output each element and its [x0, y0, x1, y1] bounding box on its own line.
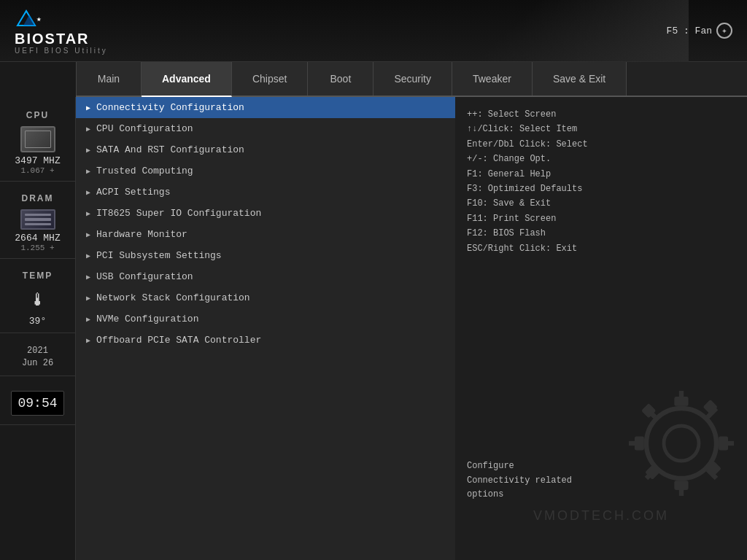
menu-item[interactable]: ▶IT8625 Super IO Configuration	[76, 203, 455, 224]
fan-indicator: F5 : Fan ✦	[667, 23, 732, 39]
svg-rect-15	[635, 436, 644, 450]
menu-arrow-icon: ▶	[86, 230, 90, 239]
gear-watermark	[623, 385, 740, 502]
header-bg	[397, 0, 689, 62]
menu-item-label: USB Configuration	[96, 271, 193, 282]
menu-item-label: Connectivity Configuration	[96, 102, 244, 113]
dram-label: DRAM	[22, 193, 54, 203]
dram-section: DRAM 2664 MHZ 1.255 +	[0, 187, 75, 259]
menu-arrow-icon: ▶	[86, 336, 90, 345]
menu-arrow-icon: ▶	[86, 273, 90, 281]
dram-icon	[20, 209, 55, 230]
cpu-volt: 1.067 +	[20, 166, 54, 175]
dram-volt: 1.255 +	[20, 244, 54, 252]
menu-item[interactable]: ▶Offboard PCIe SATA Controller	[76, 330, 455, 351]
menu-item[interactable]: ▶SATA And RST Configuration	[76, 139, 455, 160]
menu-panel: ▶Connectivity Configuration▶CPU Configur…	[76, 97, 455, 560]
nav-tab-security[interactable]: Security	[374, 62, 452, 96]
menu-item[interactable]: ▶CPU Configuration	[76, 118, 455, 139]
menu-item[interactable]: ▶Connectivity Configuration	[76, 97, 455, 118]
logo-area: ★ BIOSTAR UEFI BIOS Utility	[15, 7, 108, 55]
logo-sub: UEFI BIOS Utility	[15, 47, 108, 55]
svg-rect-14	[674, 481, 688, 490]
menu-item-label: SATA And RST Configuration	[96, 144, 244, 155]
menu-item-label: ACPI Settings	[96, 187, 170, 198]
menu-arrow-icon: ▶	[86, 315, 90, 324]
cpu-section: CPU 3497 MHZ 1.067 +	[0, 104, 75, 182]
cpu-icon	[20, 126, 55, 152]
info-panel: ++: Select Screen ↑↓/Click: Select Item …	[455, 97, 747, 560]
svg-rect-13	[674, 397, 688, 406]
menu-arrow-icon: ▶	[86, 209, 90, 218]
svg-point-3	[646, 408, 716, 478]
menu-arrow-icon: ▶	[86, 125, 90, 133]
vmodtech-watermark: VMODTECH.COM	[533, 508, 669, 524]
menu-item[interactable]: ▶NVMe Configuration	[76, 308, 455, 330]
menu-item-label: IT8625 Super IO Configuration	[96, 208, 261, 219]
temp-icon: 🌡	[25, 285, 51, 314]
menu-item[interactable]: ▶Trusted Computing	[76, 160, 455, 182]
menu-item-label: CPU Configuration	[96, 123, 193, 134]
menu-arrow-icon: ▶	[86, 294, 90, 303]
time-section: 09:54	[0, 382, 75, 425]
menu-item[interactable]: ▶PCI Subsystem Settings	[76, 245, 455, 266]
header: ★ BIOSTAR UEFI BIOS Utility F5 : Fan ✦	[0, 0, 747, 62]
menu-item-label: Offboard PCIe SATA Controller	[96, 335, 261, 346]
biostar-logo-icon: ★	[15, 7, 44, 29]
content-area: ▶Connectivity Configuration▶CPU Configur…	[76, 97, 747, 560]
nav-tab-advanced[interactable]: Advanced	[142, 62, 232, 97]
menu-item[interactable]: ▶Network Stack Configuration	[76, 287, 455, 308]
temp-section: TEMP 🌡 39°	[0, 265, 75, 333]
menu-item-label: Trusted Computing	[96, 166, 193, 176]
svg-marker-1	[23, 15, 35, 25]
fan-label: F5 : Fan	[667, 26, 712, 36]
menu-item-label: Hardware Monitor	[96, 229, 187, 240]
nav-tab-boot[interactable]: Boot	[308, 62, 374, 96]
nav-tab-main[interactable]: Main	[76, 62, 142, 96]
menu-item-label: Network Stack Configuration	[96, 292, 250, 303]
menu-arrow-icon: ▶	[86, 104, 90, 112]
menu-arrow-icon: ▶	[86, 188, 90, 197]
fan-icon: ✦	[716, 23, 732, 39]
menu-item[interactable]: ▶USB Configuration	[76, 266, 455, 287]
temp-value: 39°	[29, 316, 46, 327]
date-section: 2021 Jun 26	[0, 339, 75, 376]
nav-tab-save-exit[interactable]: Save & Exit	[533, 62, 627, 96]
logo-text: BIOSTAR	[15, 31, 90, 47]
menu-item-label: NVMe Configuration	[96, 314, 198, 324]
svg-text:★: ★	[36, 15, 42, 22]
nav-tab-chipset[interactable]: Chipset	[232, 62, 308, 96]
nav-tabs: MainAdvancedChipsetBootSecurityTweakerSa…	[76, 62, 747, 97]
temp-label: TEMP	[23, 271, 53, 281]
date-day: Jun 26	[22, 357, 53, 370]
cpu-label: CPU	[26, 110, 49, 120]
date-year: 2021	[27, 345, 48, 357]
svg-point-4	[664, 426, 699, 461]
cpu-freq: 3497 MHZ	[15, 155, 60, 166]
sidebar: CPU 3497 MHZ 1.067 + DRAM 2664 MHZ 1.255…	[0, 97, 76, 560]
menu-arrow-icon: ▶	[86, 146, 90, 155]
nav-tab-tweaker[interactable]: Tweaker	[452, 62, 533, 96]
svg-rect-16	[719, 436, 728, 450]
help-text: ++: Select Screen ↑↓/Click: Select Item …	[467, 107, 735, 256]
menu-arrow-icon: ▶	[86, 167, 90, 176]
menu-arrow-icon: ▶	[86, 252, 90, 260]
menu-item[interactable]: ▶Hardware Monitor	[76, 224, 455, 245]
sidebar-time: 09:54	[11, 391, 63, 416]
description-text: Configure Connectivity related options	[467, 459, 572, 502]
menu-item[interactable]: ▶ACPI Settings	[76, 182, 455, 203]
main-layout: CPU 3497 MHZ 1.067 + DRAM 2664 MHZ 1.255…	[0, 97, 747, 560]
dram-freq: 2664 MHZ	[15, 233, 60, 244]
menu-item-label: PCI Subsystem Settings	[96, 250, 222, 261]
